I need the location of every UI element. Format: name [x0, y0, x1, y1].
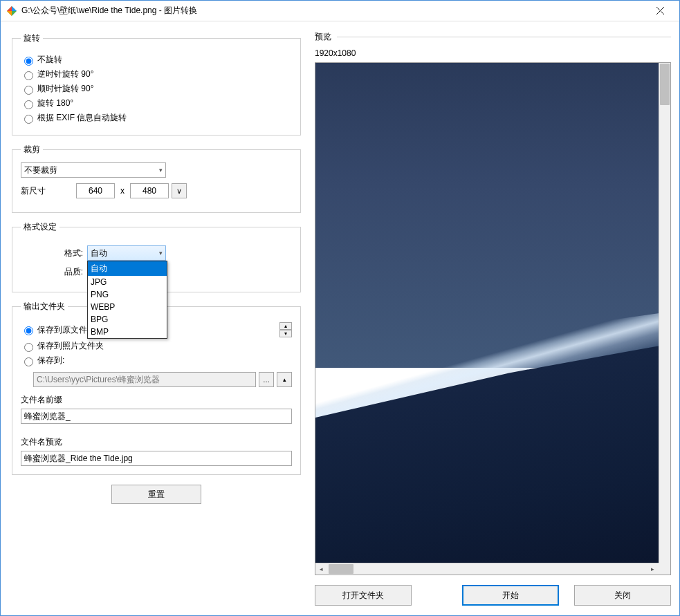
open-folder-button[interactable]: 打开文件夹: [315, 585, 412, 606]
x-label: x: [120, 186, 125, 196]
crop-v-button[interactable]: ∨: [172, 183, 187, 198]
output-path-input[interactable]: C:\Users\yyc\Pictures\蜂蜜浏览器: [33, 372, 256, 387]
window: G:\公众号\壁纸\we\Ride the Tide.png - 图片转换 旋转…: [0, 0, 680, 616]
preview-header: 预览: [315, 31, 671, 43]
quality-label: 品质:: [21, 266, 83, 278]
start-button[interactable]: 开始: [462, 585, 559, 606]
output-option-1[interactable]: 保存到照片文件夹: [21, 340, 292, 352]
rotate-option-2[interactable]: 顺时针旋转 90°: [21, 83, 292, 95]
right-panel: 预览 1920x1080 ◂ ▸ 打开文件夹: [312, 21, 679, 615]
format-option-auto[interactable]: 自动: [88, 261, 167, 276]
rotate-option-1[interactable]: 逆时针旋转 90°: [21, 68, 292, 80]
preview-box: ◂ ▸: [315, 62, 671, 575]
format-option-bpg[interactable]: BPG: [88, 313, 167, 326]
svg-marker-1: [12, 6, 17, 11]
dimensions-label: 1920x1080: [315, 48, 671, 58]
window-title: G:\公众号\壁纸\we\Ride the Tide.png - 图片转换: [21, 5, 646, 17]
output-radio-0[interactable]: [24, 326, 33, 335]
rotate-radio-2[interactable]: [24, 86, 33, 95]
close-icon: [656, 7, 664, 15]
rotate-option-0[interactable]: 不旋转: [21, 54, 292, 66]
svg-marker-2: [7, 11, 12, 16]
output-path-row: C:\Users\yyc\Pictures\蜂蜜浏览器 … ▴: [33, 372, 292, 387]
rotate-option-4[interactable]: 根据 EXIF 信息自动旋转: [21, 112, 292, 124]
app-icon: [6, 6, 17, 17]
svg-marker-3: [7, 6, 12, 11]
scroll-right-icon[interactable]: ▸: [647, 563, 659, 575]
left-panel: 旋转 不旋转 逆时针旋转 90° 顺时针旋转 90° 旋转 180° 根据 EX…: [1, 21, 312, 615]
group-crop: 裁剪 不要裁剪 ▾ 新尺寸 x ∨: [12, 144, 301, 213]
rotate-radio-4[interactable]: [24, 115, 33, 124]
close-button[interactable]: 关闭: [574, 585, 671, 606]
legend-format: 格式设定: [21, 221, 59, 233]
path-caret-button[interactable]: ▴: [277, 372, 292, 387]
caret-down-icon[interactable]: ▾: [279, 330, 292, 337]
rotate-option-3[interactable]: 旋转 180°: [21, 97, 292, 109]
format-label: 格式:: [21, 248, 83, 259]
format-option-webp[interactable]: WEBP: [88, 301, 167, 313]
new-size-label: 新尺寸: [21, 185, 76, 197]
crop-combo[interactable]: 不要裁剪 ▾: [21, 162, 166, 178]
scrollbar-thumb[interactable]: [329, 564, 353, 574]
rotate-radio-1[interactable]: [24, 71, 33, 80]
output-radio-1[interactable]: [24, 343, 33, 352]
scroll-left-icon[interactable]: ◂: [315, 563, 327, 575]
legend-crop: 裁剪: [21, 144, 43, 156]
close-button[interactable]: [646, 1, 674, 21]
content: 旋转 不旋转 逆时针旋转 90° 顺时针旋转 90° 旋转 180° 根据 EX…: [1, 21, 679, 615]
prefix-label: 文件名前缀: [21, 394, 292, 406]
format-dropdown: 自动 JPG PNG WEBP BPG BMP: [87, 261, 167, 339]
preview-label: 预览: [315, 31, 331, 43]
format-option-jpg[interactable]: JPG: [88, 276, 167, 288]
format-row: 格式: 自动 ▾ 自动 JPG PNG WEBP BPG BMP: [21, 245, 292, 261]
filename-preview: [21, 451, 292, 466]
vertical-scrollbar[interactable]: [659, 63, 670, 563]
crop-size-row: 新尺寸 x ∨: [21, 183, 292, 198]
group-rotate: 旋转 不旋转 逆时针旋转 90° 顺时针旋转 90° 旋转 180° 根据 EX…: [12, 32, 301, 136]
scrollbar-thumb[interactable]: [660, 64, 670, 105]
scrollbar-corner: [659, 563, 670, 575]
caret-up-icon[interactable]: ▴: [279, 322, 292, 330]
chevron-down-icon: ▾: [159, 250, 163, 256]
crop-width-input[interactable]: [76, 183, 115, 198]
titlebar: G:\公众号\壁纸\we\Ride the Tide.png - 图片转换: [1, 1, 679, 21]
chevron-down-icon: ▾: [159, 167, 163, 174]
prefix-input[interactable]: [21, 409, 292, 424]
output-spinner-0[interactable]: ▴▾: [279, 322, 292, 337]
divider: [337, 37, 671, 37]
format-option-bmp[interactable]: BMP: [88, 326, 167, 338]
browse-button[interactable]: …: [259, 372, 274, 387]
bottom-buttons: 打开文件夹 开始 关闭: [315, 585, 671, 606]
filename-preview-label: 文件名预览: [21, 436, 292, 448]
preview-image: [315, 63, 671, 575]
format-option-png[interactable]: PNG: [88, 288, 167, 301]
scrollbar-track[interactable]: [327, 563, 647, 575]
crop-height-input[interactable]: [130, 183, 169, 198]
legend-output: 输出文件夹: [21, 301, 68, 312]
group-format: 格式设定 格式: 自动 ▾ 自动 JPG PNG WEBP BPG BMP: [12, 221, 301, 292]
output-option-2[interactable]: 保存到:: [21, 355, 292, 366]
reset-button[interactable]: 重置: [111, 485, 201, 504]
rotate-radio-3[interactable]: [24, 100, 33, 109]
rotate-radio-0[interactable]: [24, 57, 33, 66]
output-radio-2[interactable]: [24, 357, 33, 366]
legend-rotate: 旋转: [21, 32, 43, 44]
horizontal-scrollbar[interactable]: ◂ ▸: [315, 563, 659, 575]
format-combo[interactable]: 自动 ▾ 自动 JPG PNG WEBP BPG BMP: [87, 245, 166, 261]
